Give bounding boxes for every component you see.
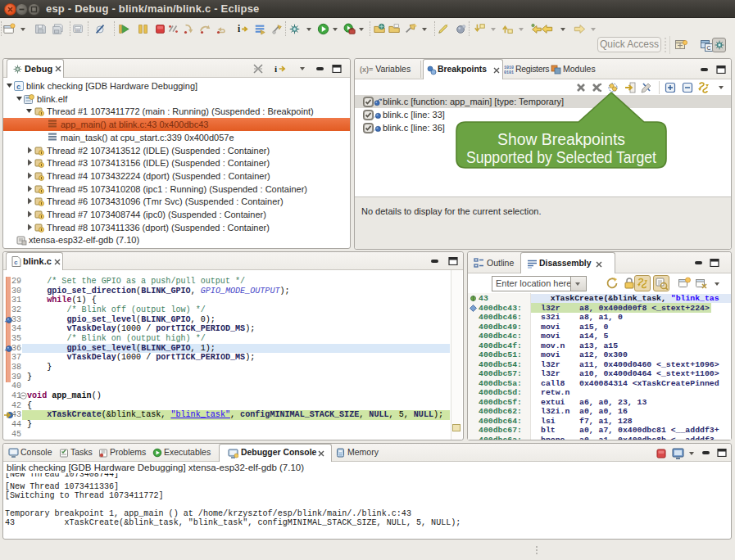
- svg-text:0101: 0101: [504, 70, 514, 75]
- svg-text:Supported by Selected Target: Supported by Selected Target: [466, 148, 657, 166]
- svg-text:i: i: [238, 24, 241, 34]
- svg-text:888: 888: [75, 29, 81, 33]
- svg-text:c: c: [16, 84, 20, 92]
- svg-text:i: i: [274, 64, 277, 74]
- svg-text:C: C: [707, 45, 711, 51]
- svg-text:Show Breakpoints: Show Breakpoints: [497, 130, 625, 148]
- svg-text:c: c: [14, 259, 18, 266]
